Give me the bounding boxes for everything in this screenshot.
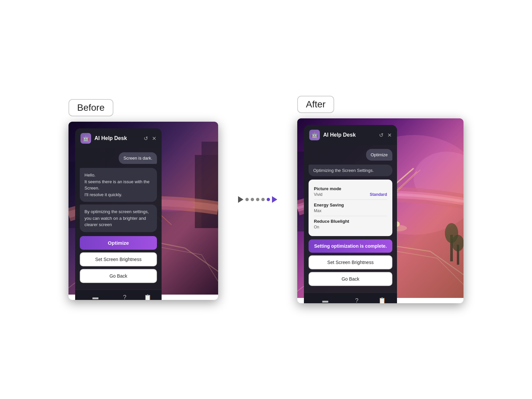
before-refresh-button[interactable]: ↺ xyxy=(144,135,148,142)
before-bot-bubble-1: Hello. It seems there is an issue with t… xyxy=(80,168,157,202)
before-dialog-body: Screen is dark. Hello. It seems there is… xyxy=(75,148,162,290)
after-dialog-body: Optimize Optimizing the Screen Settings.… xyxy=(304,145,397,293)
quick-help-icon: 📋 xyxy=(144,294,151,300)
after-title-group: 🤖 AI Help Desk xyxy=(309,130,356,140)
dot-4 xyxy=(261,198,265,201)
before-footer-device-info[interactable]: ▬ Device Information xyxy=(80,294,111,300)
dot-5 xyxy=(267,198,270,201)
setting-energy-saving: Energy Saving Max xyxy=(314,200,387,216)
after-close-button[interactable]: ✕ xyxy=(387,132,392,138)
before-dialog-footer: ▬ Device Information ? User Guide 📋 Quic… xyxy=(75,290,162,300)
dot-1 xyxy=(245,198,249,201)
before-optimize-button[interactable]: Optimize xyxy=(80,236,157,250)
after-ai-icon: 🤖 xyxy=(309,130,320,140)
setting-reduce-bluelight-values: On xyxy=(314,225,387,229)
before-dialog-header: 🤖 AI Help Desk ↺ ✕ xyxy=(75,128,162,148)
before-footer-user-guide[interactable]: ? User Guide xyxy=(115,294,134,300)
before-bot-text-1: Hello. It seems there is an issue with t… xyxy=(84,173,150,197)
setting-reduce-bluelight-new: On xyxy=(314,225,319,229)
before-dialog-panel: 🤖 AI Help Desk ↺ ✕ Screen is dark. xyxy=(75,128,162,300)
after-complete-button[interactable]: Setting optimization is complete. xyxy=(309,239,392,253)
arrow-right xyxy=(272,196,277,203)
after-user-guide-icon: ? xyxy=(355,297,358,304)
after-device-info-icon: ▬ xyxy=(322,297,328,304)
after-footer-quick-help[interactable]: 📋 Quick Help xyxy=(373,297,391,303)
setting-picture-mode-old: Vivid xyxy=(314,192,323,197)
before-title-group: 🤖 AI Help Desk xyxy=(80,133,127,144)
after-tv-frame: 🤖 AI Help Desk ↺ ✕ Optimize Optimizing t… xyxy=(297,118,464,303)
before-ai-icon: 🤖 xyxy=(80,133,91,144)
setting-picture-mode-values: Vivid Standard xyxy=(314,192,387,197)
before-header-icons: ↺ ✕ xyxy=(144,135,156,142)
setting-picture-mode-new: Standard xyxy=(370,192,387,197)
after-set-brightness-button[interactable]: Set Screen Brightness xyxy=(309,255,392,269)
after-panel-wrapper: After xyxy=(297,96,464,303)
device-info-icon: ▬ xyxy=(92,294,98,300)
after-optimizing-bubble: Optimizing the Screen Settings. xyxy=(309,165,392,176)
after-go-back-button[interactable]: Go Back xyxy=(309,272,392,286)
dot-2 xyxy=(251,198,254,201)
dots-row xyxy=(245,198,270,201)
after-dialog-title: AI Help Desk xyxy=(323,132,356,138)
svg-rect-8 xyxy=(201,142,218,228)
setting-energy-saving-values: Max xyxy=(314,208,387,213)
after-dialog-header: 🤖 AI Help Desk ↺ ✕ xyxy=(304,125,397,145)
setting-reduce-bluelight: Reduce Bluelight On xyxy=(314,216,387,232)
before-panel-wrapper: Before xyxy=(68,99,218,300)
after-dialog-panel: 🤖 AI Help Desk ↺ ✕ Optimize Optimizing t… xyxy=(304,125,397,303)
after-tv-bg: 🤖 AI Help Desk ↺ ✕ Optimize Optimizing t… xyxy=(297,118,464,298)
setting-picture-mode-label: Picture mode xyxy=(314,186,387,191)
after-header-icons: ↺ ✕ xyxy=(379,132,392,138)
after-footer-user-guide[interactable]: ? User Guide xyxy=(347,297,366,304)
setting-reduce-bluelight-label: Reduce Bluelight xyxy=(314,219,387,224)
before-user-bubble: Screen is dark. xyxy=(119,152,157,164)
setting-energy-saving-new: Max xyxy=(314,208,322,213)
before-dialog-title: AI Help Desk xyxy=(94,135,127,141)
arrow-connector xyxy=(238,196,277,203)
after-label: After xyxy=(297,96,334,113)
after-quick-help-icon: 📋 xyxy=(378,297,386,303)
before-close-button[interactable]: ✕ xyxy=(152,135,156,142)
before-label: Before xyxy=(68,99,113,116)
dot-3 xyxy=(256,198,259,201)
before-bot-bubble-2: By optimizing the screen settings, you c… xyxy=(80,204,157,232)
user-guide-icon: ? xyxy=(123,294,126,300)
setting-picture-mode: Picture mode Vivid Standard xyxy=(314,184,387,200)
main-container: Before xyxy=(0,82,532,317)
after-refresh-button[interactable]: ↺ xyxy=(379,132,383,138)
before-footer-quick-help[interactable]: 📋 Quick Help xyxy=(139,294,157,300)
before-set-brightness-button[interactable]: Set Screen Brightness xyxy=(80,252,157,266)
after-footer-device-info[interactable]: ▬ Device Information xyxy=(310,297,340,304)
arrow-left xyxy=(238,196,243,203)
after-settings-card: Picture mode Vivid Standard Energy Savin… xyxy=(309,180,392,236)
setting-energy-saving-label: Energy Saving xyxy=(314,202,387,207)
after-user-bubble: Optimize xyxy=(366,149,392,161)
svg-point-34 xyxy=(452,235,464,251)
before-bot-text-2: By optimizing the screen settings, you c… xyxy=(84,209,149,227)
before-tv-bg: 🤖 AI Help Desk ↺ ✕ Screen is dark. xyxy=(68,122,218,295)
before-go-back-button[interactable]: Go Back xyxy=(80,269,157,283)
before-tv-frame: 🤖 AI Help Desk ↺ ✕ Screen is dark. xyxy=(68,122,218,300)
after-dialog-footer: ▬ Device Information ? User Guide 📋 Quic… xyxy=(304,293,397,303)
